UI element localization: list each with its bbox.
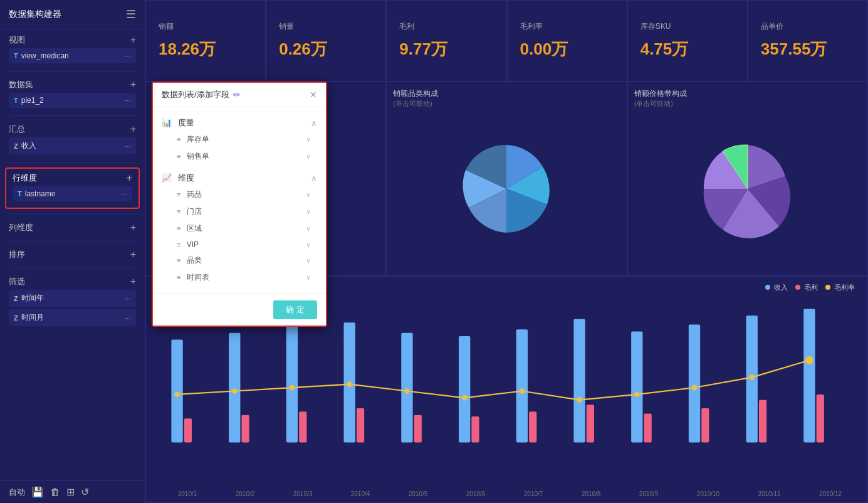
popup-item-drug[interactable]: ≡ 药品 ∨ <box>162 186 317 203</box>
chevron-drug: ∨ <box>306 191 311 199</box>
svg-point-29 <box>462 395 467 401</box>
collapse-measure-icon[interactable]: ∧ <box>311 119 317 128</box>
svg-rect-17 <box>644 414 652 443</box>
chevron-vip: ∨ <box>306 241 311 249</box>
summary-item-dots[interactable]: ··· <box>125 142 131 151</box>
delete-icon[interactable]: 🗑 <box>50 487 60 498</box>
popup-item-store[interactable]: ≡ 门店 ∨ <box>162 203 317 220</box>
svg-point-28 <box>404 388 409 394</box>
kpi-label-0: 销额 <box>159 21 253 32</box>
x-label-6: 2010/7 <box>524 490 543 497</box>
x-label-5: 2010/6 <box>466 490 486 497</box>
kpi-label-1: 销量 <box>279 21 373 32</box>
edit-icon: ✏ <box>233 90 241 100</box>
sidebar-section-row-dim: 行维度 + T lastname ··· <box>5 167 140 209</box>
sidebar-item-time-month[interactable]: Z 时间月 ··· <box>9 309 136 326</box>
chart-subtitle-2: (单击可联动) <box>634 99 861 109</box>
sidebar-item-time-year[interactable]: Z 时间年 ··· <box>9 290 136 307</box>
svg-rect-2 <box>229 333 240 443</box>
add-sort-button[interactable]: + <box>130 249 136 260</box>
section-header-row-dim: 行维度 + <box>13 172 132 184</box>
add-row-dim-button[interactable]: + <box>127 172 132 184</box>
kpi-value-5: 357.55万 <box>761 38 855 60</box>
kpi-row: 销额 18.26万 销量 0.26万 毛利 9.77万 毛利率 0.00万 库存… <box>145 0 868 82</box>
kpi-card-sales-amount: 销额 18.26万 <box>145 0 266 82</box>
svg-point-32 <box>634 392 639 398</box>
popup-section-measure-header[interactable]: 📊 度量 ∧ <box>162 115 317 131</box>
popup-item-sales-order[interactable]: ≡ 销售单 ∨ <box>162 148 317 165</box>
popup-item-vip[interactable]: ≡ VIP ∨ <box>162 237 317 252</box>
popup-close-button[interactable]: ✕ <box>310 90 317 100</box>
kpi-card-sales-qty: 销量 0.26万 <box>266 0 386 82</box>
add-dataset-button[interactable]: + <box>130 79 136 90</box>
popup-footer: 确 定 <box>153 294 326 326</box>
sidebar-section-sort: 排序 + <box>0 244 145 265</box>
sidebar-item-income[interactable]: Z 收入 ··· <box>9 137 136 154</box>
chart-title-2: 销额价格带构成 <box>634 88 861 99</box>
kpi-card-margin-rate: 毛利率 0.00万 <box>507 0 627 82</box>
collapse-dim-icon[interactable]: ∧ <box>311 174 317 183</box>
chevron-time: ∨ <box>306 273 311 282</box>
kpi-label-4: 库存SKU <box>641 21 735 32</box>
svg-rect-22 <box>803 309 815 442</box>
x-label-11: 2010/12 <box>819 490 842 497</box>
sidebar-header: 数据集构建器 ☰ <box>0 0 145 29</box>
sidebar-item-view-medican[interactable]: T view_medican ··· <box>9 48 136 63</box>
sidebar-item-lastname[interactable]: T lastname ··· <box>13 186 132 201</box>
svg-rect-14 <box>573 319 585 443</box>
popup-item-category[interactable]: ≡ 品类 ∨ <box>162 252 317 269</box>
svg-rect-16 <box>631 331 642 442</box>
chart-title-1: 销额品类构成 <box>393 88 620 99</box>
legend-dot-gross-profit <box>795 285 800 290</box>
filter-month-label: 时间月 <box>21 312 44 323</box>
x-label-8: 2010/9 <box>639 490 659 497</box>
menu-icon[interactable]: ☰ <box>126 8 136 21</box>
kpi-label-3: 毛利率 <box>520 21 614 32</box>
svg-rect-11 <box>471 416 479 443</box>
x-label-3: 2010/4 <box>351 490 370 497</box>
dataset-item-dots[interactable]: ··· <box>125 96 131 105</box>
pie-chart-2 <box>634 109 861 269</box>
popup-item-inventory[interactable]: ≡ 库存单 ∨ <box>162 131 317 148</box>
save-icon[interactable]: 💾 <box>31 486 44 498</box>
popup-section-dimension: 📈 维度 ∧ ≡ 药品 ∨ ≡ 门店 <box>153 167 326 289</box>
kpi-card-sku: 库存SKU 4.75万 <box>627 0 748 82</box>
summary-item-label: 收入 <box>21 140 36 151</box>
confirm-button[interactable]: 确 定 <box>273 300 317 319</box>
popup-item-region[interactable]: ≡ 区域 ∨ <box>162 220 317 237</box>
view-item-dots[interactable]: ··· <box>125 51 131 60</box>
section-label-sort: 排序 <box>9 249 25 260</box>
legend-margin-rate: 毛利率 <box>825 283 855 292</box>
x-label-9: 2010/10 <box>697 490 719 497</box>
section-label-summary: 汇总 <box>9 124 25 135</box>
section-header-filter: 筛选 + <box>9 276 136 287</box>
add-view-button[interactable]: + <box>130 34 136 46</box>
section-label-dataset: 数据集 <box>9 79 33 90</box>
svg-point-25 <box>232 388 237 394</box>
svg-point-35 <box>805 356 813 364</box>
x-label-2: 2010/3 <box>293 490 313 497</box>
filter-month-dots[interactable]: ··· <box>125 314 131 322</box>
add-filter-button[interactable]: + <box>130 276 136 287</box>
grid-icon[interactable]: ⊞ <box>66 486 75 498</box>
kpi-label-5: 品单价 <box>761 21 855 32</box>
legend-income: 收入 <box>765 283 788 292</box>
legend-dot-margin-rate <box>825 285 830 290</box>
add-col-dim-button[interactable]: + <box>130 222 136 233</box>
chevron-sales: ∨ <box>306 152 311 161</box>
svg-rect-21 <box>759 400 766 443</box>
row-dim-item-dots[interactable]: ··· <box>121 189 127 198</box>
sidebar-item-dataset-pie[interactable]: T pie1_2 ··· <box>9 93 136 108</box>
sidebar-title: 数据集构建器 <box>9 9 61 20</box>
refresh-icon[interactable]: ↺ <box>81 486 89 498</box>
popup-item-time-table[interactable]: ≡ 时间表 ∨ <box>162 269 317 286</box>
popup-add-field: 数据列表/添加字段 ✏ ✕ 📊 度量 ∧ ≡ 库存单 <box>152 82 327 327</box>
popup-section-dimension-header[interactable]: 📈 维度 ∧ <box>162 170 317 186</box>
chevron-store: ∨ <box>306 208 311 216</box>
filter-year-dots[interactable]: ··· <box>125 294 131 303</box>
svg-rect-9 <box>414 415 422 443</box>
svg-point-33 <box>692 385 697 391</box>
sidebar: 数据集构建器 ☰ 视图 + T view_medican ··· 数据集 + T… <box>0 0 145 503</box>
add-summary-button[interactable]: + <box>130 124 136 135</box>
svg-rect-0 <box>171 340 182 443</box>
